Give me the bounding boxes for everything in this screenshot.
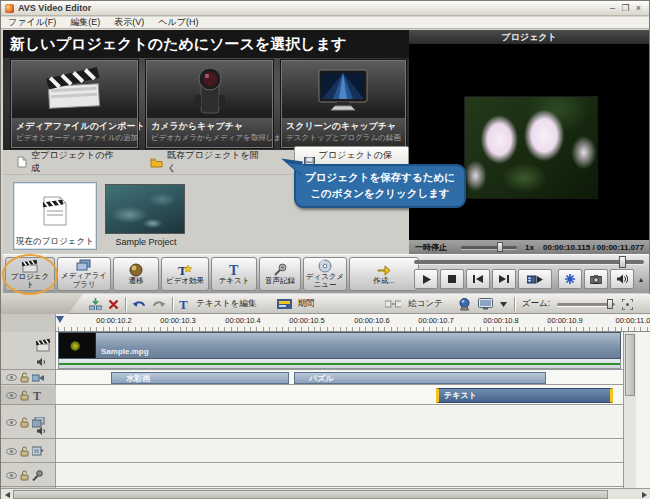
playback-state: 一時停止 — [415, 242, 447, 253]
close-button[interactable]: × — [632, 3, 645, 14]
edit-text-icon[interactable]: T — [179, 298, 190, 310]
storyboard-label[interactable]: 絵コンテ — [408, 298, 443, 310]
tab-produce-label: 作成... — [373, 277, 394, 285]
camcorder-icon — [187, 65, 233, 115]
storyboard-toggle-icon[interactable] — [385, 300, 401, 308]
save-callout: プロジェクトを保存するために このボタンをクリックします — [294, 164, 466, 208]
timeline-ruler[interactable]: 00:00:10.2 00:00:10.3 00:00:10.4 00:00:1… — [1, 314, 650, 332]
source-buttons: メディアファイルのインポート ビデオとオーディオファイルの追加 — [3, 58, 409, 150]
tab-video-effects[interactable]: T ビデオ効果 — [161, 257, 209, 291]
zoom-slider[interactable] — [557, 303, 615, 306]
video-track-header[interactable] — [1, 332, 56, 370]
zoom-slider-handle[interactable] — [607, 299, 613, 309]
ruler-ticks — [58, 327, 650, 331]
undo-icon[interactable] — [132, 299, 146, 310]
horizontal-scrollbar-thumb[interactable] — [13, 490, 608, 499]
speed-slider-handle[interactable] — [497, 242, 503, 252]
seek-slider-handle[interactable] — [619, 256, 626, 268]
lock-icon[interactable] — [20, 372, 29, 383]
import-media-button[interactable]: メディアファイルのインポート ビデオとオーディオファイルの追加 — [11, 60, 138, 148]
timecode-total: 00:00:11.077 — [597, 243, 644, 252]
next-frame-button[interactable] — [492, 269, 516, 289]
webcam-icon[interactable] — [458, 298, 471, 311]
tab-disc-menu[interactable]: ディスクメニュー — [303, 257, 347, 291]
fit-timeline-icon[interactable] — [622, 299, 633, 310]
svg-text:T: T — [33, 390, 41, 401]
scroll-left-arrow[interactable] — [2, 490, 13, 499]
eye-icon[interactable] — [6, 472, 17, 479]
eye-icon[interactable] — [6, 448, 17, 455]
monitor-dropdown-arrow[interactable] — [500, 302, 507, 307]
snapshot-button[interactable] — [584, 269, 608, 289]
lock-icon[interactable] — [20, 446, 29, 457]
speed-slider[interactable] — [461, 246, 517, 249]
transition-clip[interactable]: 水彩画 — [111, 372, 289, 384]
menu-file[interactable]: ファイル(F) — [1, 16, 63, 29]
edit-text-label[interactable]: テキストを編集 — [196, 298, 257, 310]
tab-produce[interactable]: 作成... — [349, 257, 419, 291]
capture-screen-button[interactable]: スクリーンのキャップチャ デスクトップとプログラムの録画 — [281, 60, 406, 148]
split-clip-icon[interactable] — [89, 298, 102, 310]
duration-label[interactable]: 期間 — [298, 298, 315, 310]
transition-clip[interactable]: パズル — [294, 372, 546, 384]
tab-text[interactable]: T テキスト — [211, 257, 257, 291]
duration-icon[interactable] — [277, 299, 292, 309]
preview-video-frame — [464, 96, 598, 199]
redo-icon[interactable] — [152, 299, 166, 310]
video-clip[interactable]: Sample.mpg — [58, 332, 621, 359]
text-track-header[interactable]: T — [1, 386, 56, 405]
menu-help[interactable]: ヘルプ(H) — [151, 16, 205, 29]
ruler-tick-label: 00:00:10.8 — [483, 316, 518, 325]
sample-project-item[interactable]: Sample Project — [105, 184, 187, 247]
new-project-button[interactable]: 空プロジェクトの作成 — [17, 149, 120, 175]
delete-icon[interactable] — [108, 299, 119, 310]
transition-track-row: 水彩画 パズル — [56, 371, 623, 385]
play-button[interactable] — [414, 269, 438, 289]
transitions-sphere-icon — [129, 263, 143, 277]
playhead-marker[interactable] — [56, 316, 64, 323]
tab-media-library[interactable]: メディアライブラリ — [57, 257, 111, 291]
lock-icon[interactable] — [20, 470, 29, 481]
titlebar: AVS Video Editor – ❐ × — [1, 1, 649, 16]
preview-film-button[interactable] — [518, 269, 552, 289]
tab-project[interactable]: プロジェクト — [5, 257, 55, 291]
current-project-item[interactable]: 現在のプロジェクト — [13, 182, 97, 250]
scroll-right-arrow[interactable] — [639, 490, 650, 499]
open-project-button[interactable]: 既存プロジェクトを開く — [150, 149, 265, 175]
tab-transitions[interactable]: 遷移 — [113, 257, 159, 291]
tab-voice-record[interactable]: 音声記録 — [259, 257, 301, 291]
text-clip[interactable]: テキスト — [436, 388, 613, 403]
maximize-button[interactable]: ❐ — [619, 3, 632, 14]
lock-icon[interactable] — [20, 390, 29, 401]
previous-frame-button[interactable] — [466, 269, 490, 289]
track-audio-icon — [37, 358, 46, 366]
volume-button[interactable] — [610, 269, 634, 289]
lock-icon[interactable] — [20, 417, 29, 428]
monitor-select-button[interactable] — [478, 298, 493, 310]
stop-button[interactable] — [440, 269, 464, 289]
capture-camera-button[interactable]: カメラからキャプチャ ビデオカメラからメディアを取得します — [146, 60, 273, 148]
app-window: AVS Video Editor – ❐ × ファイル(F) 編集(E) 表示(… — [0, 0, 650, 499]
current-project-label: 現在のプロジェクト — [14, 236, 96, 248]
menu-view[interactable]: 表示(V) — [107, 16, 151, 29]
overlay-track-header[interactable] — [1, 406, 56, 439]
app-icon — [5, 4, 14, 13]
horizontal-scrollbar[interactable] — [1, 488, 650, 499]
menu-edit[interactable]: 編集(E) — [63, 16, 107, 29]
vertical-scrollbar[interactable] — [623, 332, 636, 488]
split-screen-button[interactable] — [558, 269, 582, 289]
transition-track-header[interactable] — [1, 371, 56, 385]
eye-icon[interactable] — [6, 392, 17, 399]
vertical-scrollbar-thumb[interactable] — [625, 334, 635, 396]
eye-icon[interactable] — [6, 374, 17, 381]
minimize-button[interactable]: – — [606, 3, 619, 14]
eye-icon[interactable] — [6, 419, 17, 426]
voice-track-header[interactable] — [1, 464, 56, 487]
audio-waveform-strip[interactable] — [58, 359, 621, 369]
transport-expand-button[interactable]: ▲ — [636, 276, 646, 283]
effects-track-header[interactable] — [1, 440, 56, 463]
seek-slider[interactable] — [414, 260, 644, 264]
svg-text:T: T — [229, 263, 239, 277]
main-toolbar: プロジェクト メディアライブラリ 遷移 T ビデオ効果 — [3, 254, 649, 293]
capture-screen-title: スクリーンのキャップチャ — [286, 120, 401, 133]
